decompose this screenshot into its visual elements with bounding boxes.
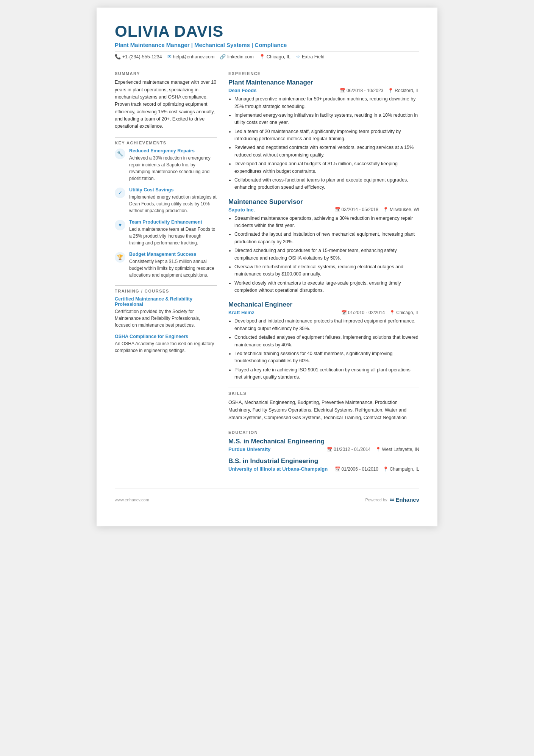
achievements-list: 🔧 Reduced Emergency Repairs Achieved a 3…: [115, 148, 217, 279]
education-item: M.S. in Mechanical Engineering Purdue Un…: [228, 438, 419, 452]
linkedin-icon: 🔗: [220, 54, 226, 59]
exp-location: 📍 Milwaukee, WI: [383, 207, 419, 212]
achievement-icon: 🔧: [115, 149, 125, 159]
location-icon: 📍: [259, 54, 265, 59]
exp-company: Saputo Inc.: [228, 207, 255, 213]
bullet-item: Worked closely with contractors to execu…: [234, 280, 419, 294]
bullet-item: Streamlined maintenance operations, achi…: [234, 215, 419, 230]
email-icon: ✉: [167, 54, 172, 59]
achievements-label: KEY ACHIEVEMENTS: [115, 141, 217, 145]
achievement-item: ✓ Utility Cost Savings Implemented energ…: [115, 187, 217, 214]
pin-icon: 📍: [389, 310, 395, 315]
skills-text: OSHA, Mechanical Engineering, Budgeting,…: [228, 399, 419, 421]
exp-dates: 📅 03/2014 - 05/2018: [335, 207, 378, 212]
bullet-item: Directed scheduling and procedures for a…: [234, 247, 419, 262]
exp-bullets: Developed and initiated maintenance prot…: [228, 318, 419, 381]
training-desc: Certification provided by the Society fo…: [115, 308, 217, 329]
footer-url: www.enhancv.com: [115, 498, 149, 502]
experience-label: EXPERIENCE: [228, 71, 419, 76]
exp-bullets: Streamlined maintenance operations, achi…: [228, 215, 419, 294]
training-label: TRAINING / COURSES: [115, 289, 217, 293]
edu-meta: Purdue University 📅 01/2012 - 01/2014 📍 …: [228, 446, 419, 452]
bullet-item: Led technical training sessions for 40 s…: [234, 350, 419, 365]
star-icon: ☆: [296, 54, 300, 59]
email-contact: ✉ help@enhancv.com: [167, 54, 215, 59]
experience-list: Plant Maintenance Manager Dean Foods 📅 0…: [228, 79, 419, 381]
education-list: M.S. in Mechanical Engineering Purdue Un…: [228, 438, 419, 472]
bullet-item: Developed and managed annual budgets of …: [234, 160, 419, 175]
edu-dates-loc: 📅 01/2012 - 01/2014 📍 West Lafayette, IN: [327, 447, 419, 452]
exp-job-title: Plant Maintenance Manager: [228, 79, 419, 86]
edu-school: University of Illinois at Urbana-Champai…: [228, 466, 328, 472]
footer-logo: ∞ Enhancv: [390, 496, 419, 504]
exp-company: Kraft Heinz: [228, 310, 255, 315]
summary-divider: [115, 68, 217, 68]
exp-meta: Dean Foods 📅 06/2018 - 10/2023 📍 Rockfor…: [228, 88, 419, 93]
phone-icon: 📞: [115, 54, 121, 59]
education-section: EDUCATION M.S. in Mechanical Engineering…: [228, 427, 419, 472]
footer-powered: Powered by ∞ Enhancv: [365, 496, 419, 504]
exp-meta: Kraft Heinz 📅 01/2010 - 02/2014 📍 Chicag…: [228, 310, 419, 315]
exp-dates-loc: 📅 01/2010 - 02/2014 📍 Chicago, IL: [341, 310, 419, 315]
exp-meta: Saputo Inc. 📅 03/2014 - 05/2018 📍 Milwau…: [228, 207, 419, 213]
achievement-content: Team Productivity Enhancement Led a main…: [129, 219, 217, 246]
pin-icon: 📍: [383, 207, 389, 212]
achievement-desc: Implemented energy reduction strategies …: [129, 194, 217, 214]
calendar-icon: 📅: [341, 310, 347, 315]
exp-location: 📍 Chicago, IL: [389, 310, 419, 315]
summary-section: SUMMARY Experienced maintenance manager …: [115, 68, 217, 130]
exp-dates: 📅 06/2018 - 10/2023: [340, 88, 383, 93]
edu-dates-loc: 📅 01/2006 - 01/2010 📍 Champaign, IL: [335, 466, 419, 472]
education-divider: [228, 427, 419, 427]
achievement-title: Reduced Emergency Repairs: [129, 148, 217, 153]
logo-icon: ∞: [390, 496, 395, 504]
experience-section: EXPERIENCE Plant Maintenance Manager Dea…: [228, 68, 419, 381]
achievement-item: 🏆 Budget Management Success Consistently…: [115, 252, 217, 279]
achievement-desc: Achieved a 30% reduction in emergency re…: [129, 155, 217, 182]
bullet-item: Oversaw the refurbishment of electrical …: [234, 263, 419, 278]
edu-degree: M.S. in Mechanical Engineering: [228, 438, 419, 445]
training-item: Certified Maintenance & Reliability Prof…: [115, 296, 217, 329]
training-item: OSHA Compliance for Engineers An OSHA Ac…: [115, 334, 217, 354]
edu-degree: B.S. in Industrial Engineering: [228, 457, 419, 465]
training-title: OSHA Compliance for Engineers: [115, 334, 217, 339]
bullet-item: Collaborated with cross-functional teams…: [234, 177, 419, 191]
bullet-item: Led a team of 20 maintenance staff, sign…: [234, 128, 419, 143]
summary-label: SUMMARY: [115, 71, 217, 76]
body-columns: SUMMARY Experienced maintenance manager …: [115, 63, 419, 477]
right-column: EXPERIENCE Plant Maintenance Manager Dea…: [228, 63, 419, 477]
achievement-item: 🔧 Reduced Emergency Repairs Achieved a 3…: [115, 148, 217, 182]
candidate-title: Plant Maintenance Manager | Mechanical S…: [115, 42, 419, 48]
experience-item: Mechanical Engineer Kraft Heinz 📅 01/201…: [228, 301, 419, 381]
bullet-item: Developed and initiated maintenance prot…: [234, 318, 419, 332]
exp-dates: 📅 01/2010 - 02/2014: [341, 310, 385, 315]
edu-dates: 📅 01/2012 - 01/2014: [327, 447, 370, 452]
footer: www.enhancv.com Powered by ∞ Enhancv: [115, 488, 419, 504]
bullet-item: Coordinated the layout and installation …: [234, 231, 419, 246]
edu-school: Purdue University: [228, 446, 270, 452]
calendar-icon: 📅: [335, 207, 340, 212]
achievement-content: Utility Cost Savings Implemented energy …: [129, 187, 217, 214]
skills-divider: [228, 388, 419, 388]
exp-dates-loc: 📅 06/2018 - 10/2023 📍 Rockford, IL: [340, 88, 419, 93]
education-label: EDUCATION: [228, 430, 419, 435]
bullet-item: Reviewed and negotiated contracts with e…: [234, 144, 419, 159]
resume-page: OLIVIA DAVIS Plant Maintenance Manager |…: [97, 8, 437, 526]
achievement-desc: Consistently kept a $1.5 million annual …: [129, 258, 217, 279]
exp-dates-loc: 📅 03/2014 - 05/2018 📍 Milwaukee, WI: [335, 207, 419, 212]
calendar-icon: 📅: [327, 447, 333, 452]
edu-dates: 📅 01/2006 - 01/2010: [335, 466, 378, 472]
achievement-title: Budget Management Success: [129, 252, 217, 257]
bullet-item: Played a key role in achieving ISO 9001 …: [234, 366, 419, 381]
training-desc: An OSHA Academy course focused on regula…: [115, 340, 217, 354]
calendar-icon: 📅: [335, 466, 340, 472]
achievement-icon: ♥: [115, 220, 125, 230]
achievements-divider: [115, 137, 217, 138]
experience-item: Plant Maintenance Manager Dean Foods 📅 0…: [228, 79, 419, 191]
achievement-title: Team Productivity Enhancement: [129, 219, 217, 225]
pin-icon: 📍: [388, 88, 393, 93]
achievement-icon: 🏆: [115, 252, 125, 263]
bullet-item: Managed preventive maintenance for 50+ p…: [234, 95, 419, 110]
achievement-item: ♥ Team Productivity Enhancement Led a ma…: [115, 219, 217, 246]
achievement-content: Reduced Emergency Repairs Achieved a 30%…: [129, 148, 217, 182]
